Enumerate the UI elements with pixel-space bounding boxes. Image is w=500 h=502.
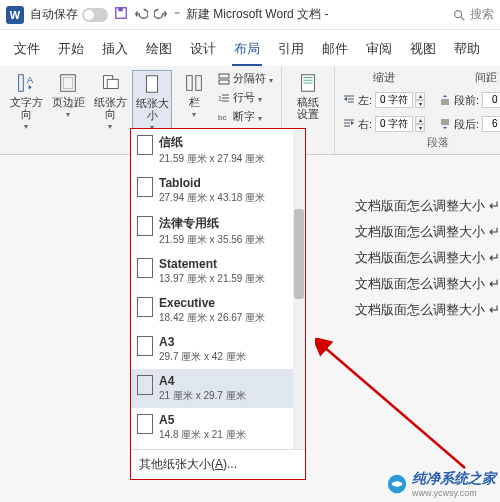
paper-size-option[interactable]: 法律专用纸21.59 厘米 x 35.56 厘米 — [131, 210, 305, 252]
svg-rect-9 — [107, 79, 118, 88]
tab-布局[interactable]: 布局 — [232, 36, 262, 66]
quick-access-toolbar: ⁼ — [114, 6, 180, 23]
spacing-before-icon — [439, 94, 451, 106]
indent-right-icon — [343, 118, 355, 130]
page-thumb-icon — [137, 177, 153, 197]
svg-rect-12 — [196, 76, 202, 91]
text-direction-button[interactable]: A 文字方向 — [6, 70, 46, 133]
svg-rect-13 — [219, 74, 229, 78]
svg-rect-11 — [187, 76, 193, 91]
group-paragraph: 缩进 左: ▴▾ 右: ▴▾ 间距 段前: ▴▾ — [335, 66, 500, 154]
svg-text:1: 1 — [218, 95, 222, 102]
tab-文件[interactable]: 文件 — [12, 36, 42, 66]
indent-right-input[interactable] — [375, 116, 413, 132]
search-box[interactable]: 搜索 — [452, 6, 494, 23]
toggle-off-icon[interactable] — [82, 8, 108, 22]
tab-审阅[interactable]: 审阅 — [364, 36, 394, 66]
indent-left-icon — [343, 94, 355, 106]
search-placeholder: 搜索 — [470, 6, 494, 23]
spacing-before-row: 段前: ▴▾ — [437, 91, 500, 109]
autosave-toggle[interactable]: 自动保存 — [30, 6, 108, 23]
page-thumb-icon — [137, 336, 153, 356]
paper-size-option[interactable]: B4 (JIS)25.7 厘米 x 36.4 厘米 — [131, 447, 305, 449]
paper-size-option[interactable]: 信纸21.59 厘米 x 27.94 厘米 — [131, 129, 305, 171]
doc-line: 文档版面怎么调整大小 ↵ — [355, 197, 500, 215]
app-icon: W — [6, 6, 24, 24]
autosave-label: 自动保存 — [30, 6, 78, 23]
undo-icon[interactable] — [134, 6, 148, 23]
dropdown-scrollbar[interactable] — [293, 129, 305, 449]
hyphenation-button[interactable]: bc断字 — [216, 108, 275, 125]
ribbon-tabs: 文件开始插入绘图设计布局引用邮件审阅视图帮助 — [0, 30, 500, 66]
page-thumb-icon — [137, 375, 153, 395]
indent-header: 缩进 — [341, 70, 427, 85]
doc-line: 文档版面怎么调整大小 ↵ — [355, 275, 500, 293]
draft-settings-button[interactable]: 稿纸 设置 — [288, 70, 328, 122]
paper-size-option[interactable]: Tabloid27.94 厘米 x 43.18 厘米 — [131, 171, 305, 210]
tab-帮助[interactable]: 帮助 — [452, 36, 482, 66]
doc-title: 新建 Microsoft Word 文档 - — [186, 6, 328, 23]
scrollbar-thumb[interactable] — [294, 209, 304, 299]
orientation-button[interactable]: 纸张方向 — [90, 70, 130, 133]
tab-引用[interactable]: 引用 — [276, 36, 306, 66]
doc-line: 文档版面怎么调整大小 ↵ — [355, 249, 500, 267]
svg-rect-10 — [147, 76, 158, 93]
more-paper-sizes[interactable]: 其他纸张大小(A)... — [131, 449, 305, 479]
redo-icon[interactable] — [154, 6, 168, 23]
tab-视图[interactable]: 视图 — [408, 36, 438, 66]
svg-text:A: A — [27, 75, 34, 85]
spacing-after-icon — [439, 118, 451, 130]
svg-rect-4 — [19, 75, 24, 92]
breaks-button[interactable]: 分隔符 — [216, 70, 275, 87]
indent-left-row: 左: ▴▾ — [341, 91, 427, 109]
document-text: 文档版面怎么调整大小 ↵文档版面怎么调整大小 ↵文档版面怎么调整大小 ↵文档版面… — [355, 197, 500, 327]
svg-line-3 — [461, 16, 465, 20]
doc-line: 文档版面怎么调整大小 ↵ — [355, 223, 500, 241]
paper-size-option[interactable]: Executive18.42 厘米 x 26.67 厘米 — [131, 291, 305, 330]
svg-text:bc: bc — [218, 113, 226, 122]
tab-插入[interactable]: 插入 — [100, 36, 130, 66]
watermark: 纯净系统之家 www.ycwsy.com — [386, 470, 496, 498]
paper-size-option[interactable]: A514.8 厘米 x 21 厘米 — [131, 408, 305, 447]
paper-size-option[interactable]: A329.7 厘米 x 42 厘米 — [131, 330, 305, 369]
search-icon — [452, 8, 466, 22]
group-label-paragraph: 段落 — [341, 133, 500, 150]
paper-size-dropdown: 信纸21.59 厘米 x 27.94 厘米Tabloid27.94 厘米 x 4… — [130, 128, 306, 480]
paper-size-option[interactable]: Statement13.97 厘米 x 21.59 厘米 — [131, 252, 305, 291]
save-icon[interactable] — [114, 6, 128, 23]
page-thumb-icon — [137, 297, 153, 317]
spacing-after-row: 段后: ▴▾ — [437, 115, 500, 133]
svg-rect-1 — [118, 8, 122, 12]
svg-rect-7 — [63, 78, 72, 89]
columns-button[interactable]: 栏 — [174, 70, 214, 121]
tab-邮件[interactable]: 邮件 — [320, 36, 350, 66]
tab-设计[interactable]: 设计 — [188, 36, 218, 66]
spacing-after-input[interactable] — [482, 116, 500, 132]
page-thumb-icon — [137, 135, 153, 155]
indent-right-row: 右: ▴▾ — [341, 115, 427, 133]
paper-size-option[interactable]: A421 厘米 x 29.7 厘米 — [131, 369, 305, 408]
spacing-header: 间距 — [437, 70, 500, 85]
indent-left-input[interactable] — [375, 92, 413, 108]
page-thumb-icon — [137, 216, 153, 236]
svg-point-2 — [455, 10, 462, 17]
watermark-logo-icon — [386, 473, 408, 495]
tab-开始[interactable]: 开始 — [56, 36, 86, 66]
page-thumb-icon — [137, 414, 153, 434]
line-numbers-button[interactable]: 1行号 — [216, 89, 275, 106]
paper-size-button[interactable]: 纸张大小 — [132, 70, 172, 135]
doc-line: 文档版面怎么调整大小 ↵ — [355, 301, 500, 319]
svg-rect-14 — [219, 80, 229, 84]
spacing-before-input[interactable] — [482, 92, 500, 108]
title-bar: W 自动保存 ⁼ 新建 Microsoft Word 文档 - 搜索 — [0, 0, 500, 30]
qat-dropdown-icon[interactable]: ⁼ — [174, 8, 180, 22]
margins-button[interactable]: 页边距 — [48, 70, 88, 121]
tab-绘图[interactable]: 绘图 — [144, 36, 174, 66]
page-thumb-icon — [137, 258, 153, 278]
